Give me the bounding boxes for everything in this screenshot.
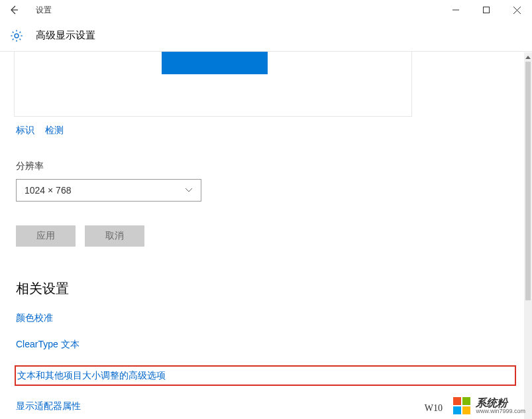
related-settings-heading: 相关设置 xyxy=(16,280,516,298)
gear-icon xyxy=(9,29,24,43)
chevron-down-icon xyxy=(185,186,193,194)
watermark-main: 系统粉 xyxy=(476,397,507,409)
close-icon xyxy=(513,7,521,14)
button-row: 应用 取消 xyxy=(16,225,516,247)
related-links-list: 颜色校准 ClearType 文本 文本和其他项目大小调整的高级选项 显示适配器… xyxy=(16,312,516,412)
minimize-icon xyxy=(452,7,459,13)
maximize-button[interactable] xyxy=(471,0,502,20)
svg-point-1 xyxy=(15,34,19,38)
resolution-dropdown[interactable]: 1024 × 768 xyxy=(16,179,201,202)
scrollbar[interactable] xyxy=(524,52,532,419)
watermark: 系统粉 www.win7999.com xyxy=(453,397,525,415)
watermark-logo-icon xyxy=(453,397,470,414)
back-button[interactable] xyxy=(4,0,24,20)
identify-link[interactable]: 标识 xyxy=(16,125,34,137)
page-title: 高级显示设置 xyxy=(36,29,95,42)
display-preview xyxy=(14,52,412,117)
window-title: 设置 xyxy=(36,5,52,16)
header-bar: 高级显示设置 xyxy=(0,20,532,52)
close-button[interactable] xyxy=(502,0,532,20)
watermark-text: 系统粉 www.win7999.com xyxy=(476,397,525,415)
text-scaling-link[interactable]: 文本和其他项目大小调整的高级选项 xyxy=(16,370,166,381)
identify-detect-row: 标识 检测 xyxy=(16,125,516,137)
content-area: 标识 检测 分辨率 1024 × 768 应用 取消 相关设置 颜色校准 Cle… xyxy=(0,52,532,419)
minimize-button[interactable] xyxy=(441,0,471,20)
titlebar: 设置 xyxy=(0,0,532,20)
svg-rect-0 xyxy=(484,7,490,13)
watermark-url: www.win7999.com xyxy=(476,408,525,415)
back-arrow-icon xyxy=(9,5,19,15)
maximize-icon xyxy=(483,7,490,13)
resolution-value: 1024 × 768 xyxy=(25,185,71,196)
highlighted-link-box: 文本和其他项目大小调整的高级选项 xyxy=(15,365,516,386)
color-calibration-link[interactable]: 颜色校准 xyxy=(16,312,516,324)
titlebar-left: 设置 xyxy=(4,0,52,20)
scrollbar-thumb[interactable] xyxy=(525,62,531,300)
display-monitor-tile[interactable] xyxy=(162,52,268,74)
resolution-label: 分辨率 xyxy=(16,160,516,172)
detect-link[interactable]: 检测 xyxy=(45,125,64,137)
apply-button[interactable]: 应用 xyxy=(16,225,76,247)
window-controls xyxy=(441,0,532,20)
bottom-caption: W10 xyxy=(425,403,443,414)
cleartype-link[interactable]: ClearType 文本 xyxy=(16,339,516,351)
scroll-up-icon[interactable] xyxy=(524,52,532,62)
cancel-button[interactable]: 取消 xyxy=(85,225,144,247)
